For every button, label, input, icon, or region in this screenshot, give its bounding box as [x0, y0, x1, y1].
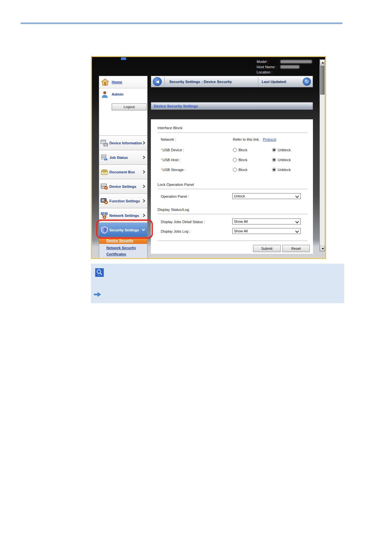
note-icon [95, 268, 104, 277]
section-title-display-status-log: Display Status/Log [157, 208, 189, 212]
reset-button[interactable]: Reset [282, 245, 310, 252]
usb-host-options: Block Unblock [233, 158, 291, 162]
submenu-item-network-security[interactable]: Network Security [99, 245, 147, 251]
section-rule [157, 132, 307, 133]
sidebar-item-device-information[interactable]: Device Information [99, 135, 147, 150]
unblock-option-label: Unblock [278, 168, 291, 172]
usb-host-block-radio[interactable] [233, 158, 237, 162]
content-header: Device Security Settings [151, 102, 313, 110]
hostname-value-redacted [280, 65, 299, 69]
refresh-icon: ↻ [305, 79, 309, 85]
job-status-icon [100, 154, 108, 161]
back-arrow-icon: ◀ [156, 79, 159, 84]
sidebar-item-home[interactable]: Home [99, 76, 147, 88]
embedded-webui-screenshot: Model : Host Name : Location : Home Admi… [91, 56, 326, 259]
submenu-item-certificates[interactable]: Certificates [99, 251, 147, 257]
chevron-right-icon [142, 199, 145, 203]
chevron-right-icon [142, 214, 145, 217]
device-info-block: Model : Host Name : Location : [257, 59, 322, 75]
browser-tab-fragment [121, 57, 126, 60]
refresh-button[interactable]: ↻ [303, 77, 311, 86]
security-submenu: Device Security Network Security Certifi… [99, 237, 147, 258]
section-rule [157, 214, 307, 214]
usb-storage-unblock-radio[interactable] [272, 168, 276, 172]
section-title-lock-operation-panel: Lock Operation Panel [157, 183, 194, 187]
usb-device-label: *USB Device : [161, 148, 184, 152]
menu-item-label: Device Settings [109, 185, 142, 189]
protocol-link[interactable]: Protocol [263, 137, 276, 141]
sidebar-item-job-status[interactable]: Job Status [99, 150, 147, 164]
toolbar-divider [164, 77, 165, 86]
menu-item-label: Security Settings [109, 228, 142, 232]
page-title: Security Settings : Device Security [169, 80, 255, 84]
usb-storage-block-radio[interactable] [233, 168, 237, 172]
last-updated-label: Last Updated: [262, 80, 287, 84]
sidebar-item-device-settings[interactable]: Device Settings [99, 179, 147, 193]
note-box [91, 264, 344, 303]
content-panel: Interface Block Network : Refer to this … [151, 119, 313, 254]
scroll-up-button[interactable] [320, 60, 325, 65]
unblock-option-label: Unblock [278, 148, 291, 152]
sidebar-menu: Device Information Job Status [99, 135, 147, 237]
display-jobs-detail-status-label: Display Jobs Detail Status : [161, 220, 205, 224]
menu-item-label: Job Status [109, 156, 142, 160]
sidebar: Home Admin Logout [99, 76, 148, 258]
sidebar-admin: Admin [99, 89, 147, 100]
content-toolbar: ◀ Security Settings : Device Security La… [151, 76, 313, 87]
hostname-label: Host Name : [257, 64, 279, 70]
admin-user-label: Admin [112, 92, 124, 96]
model-value-redacted [280, 60, 312, 63]
chevron-down-icon [142, 228, 145, 231]
logout-button[interactable]: Logout [112, 103, 147, 110]
model-label: Model : [257, 59, 279, 64]
location-label: Location : [257, 70, 279, 75]
submenu-item-device-security[interactable]: Device Security [99, 237, 147, 244]
usb-host-label: *USB Host : [161, 158, 181, 162]
usb-device-options: Block Unblock [233, 148, 291, 152]
menu-item-label: Device Information [109, 141, 142, 145]
scrollbar-thumb[interactable] [320, 66, 324, 95]
required-mark: * [161, 168, 162, 172]
network-refer-text: Refer to this link. [233, 137, 260, 141]
menu-item-label: Function Settings [109, 199, 142, 203]
display-jobs-log-select[interactable]: Show All [232, 228, 301, 234]
toolbar-divider [258, 77, 258, 86]
sidebar-item-function-settings[interactable]: Function Settings [99, 193, 147, 208]
usb-host-unblock-radio[interactable] [272, 158, 276, 162]
operation-panel-select[interactable]: Unlock [232, 193, 301, 199]
sidebar-item-network-settings[interactable]: Network Settings [99, 208, 147, 222]
home-icon [101, 78, 109, 86]
block-option-label: Block [238, 148, 247, 152]
home-link-label: Home [112, 80, 122, 84]
user-icon [101, 91, 108, 98]
section-rule [157, 189, 307, 189]
chevron-right-icon [142, 185, 145, 188]
chevron-right-icon [142, 141, 145, 145]
usb-storage-label: *USB Storage : [161, 168, 186, 172]
document-box-icon [100, 168, 108, 176]
manual-page: Model : Host Name : Location : Home Admi… [0, 0, 392, 555]
display-jobs-log-label: Display Jobs Log : [161, 229, 190, 233]
device-settings-icon [100, 183, 108, 190]
usb-device-unblock-radio[interactable] [272, 148, 276, 152]
network-settings-icon [100, 212, 108, 219]
usb-storage-options: Block Unblock [233, 168, 291, 172]
content-header-title: Device Security Settings [154, 104, 198, 108]
scroll-down-button[interactable] [320, 246, 325, 251]
function-settings-icon [100, 197, 108, 205]
footer-rule [157, 241, 307, 241]
page-header-rule [20, 22, 343, 24]
required-mark: * [161, 158, 162, 162]
back-button[interactable]: ◀ [153, 77, 162, 86]
block-option-label: Block [238, 158, 247, 162]
vertical-scrollbar[interactable] [320, 59, 325, 251]
sidebar-item-security-settings[interactable]: Security Settings [99, 222, 147, 237]
sidebar-item-document-box[interactable]: Document Box [99, 164, 147, 179]
usb-device-block-radio[interactable] [233, 148, 237, 152]
device-information-icon [100, 139, 108, 147]
submit-button[interactable]: Submit [253, 245, 281, 252]
security-shield-icon [100, 226, 108, 234]
network-label: Network : [161, 137, 176, 141]
network-value: Refer to this link. Protocol [233, 137, 276, 141]
display-jobs-detail-status-select[interactable]: Show All [232, 219, 301, 224]
